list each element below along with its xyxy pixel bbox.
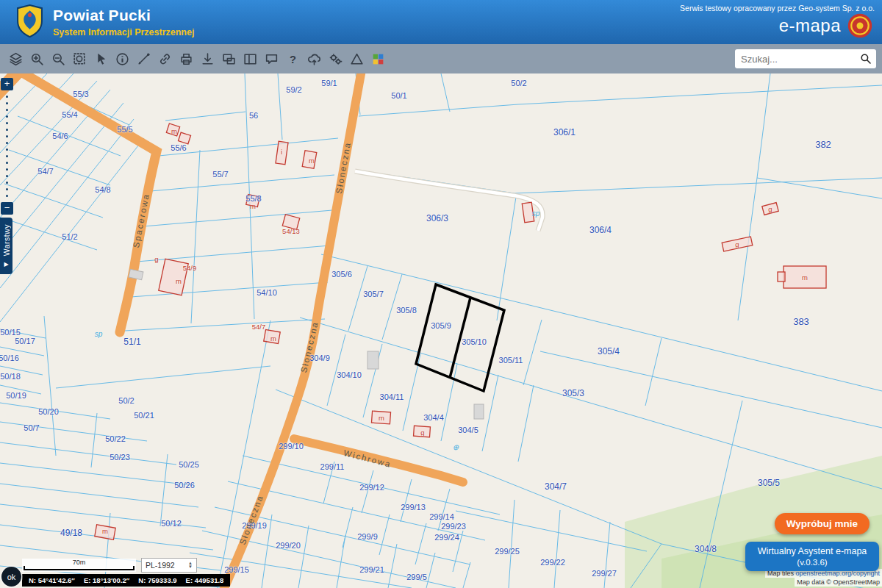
parcel-label[interactable]: 54/10: [257, 288, 277, 297]
parcel-label[interactable]: 50/25: [179, 460, 199, 469]
zoom-in-button[interactable]: +: [1, 78, 13, 90]
parcel-label[interactable]: 54/7: [37, 167, 53, 176]
ok-button[interactable]: ok: [1, 567, 21, 587]
parcel-label[interactable]: 305/8: [396, 306, 417, 315]
parcel-label[interactable]: 50/1: [391, 91, 406, 100]
parcel-label[interactable]: 299/15: [224, 565, 249, 574]
measure-icon[interactable]: [134, 48, 154, 70]
layers-icon[interactable]: [6, 48, 26, 70]
parcel-label[interactable]: 299/11: [320, 462, 345, 471]
panel-icon[interactable]: [240, 48, 260, 70]
parcel-label[interactable]: 304/4: [423, 413, 444, 422]
warning-icon[interactable]: [347, 48, 367, 70]
parcel-label[interactable]: 306/4: [589, 225, 612, 235]
parcel-label[interactable]: 299/21: [359, 565, 384, 574]
parcel-label[interactable]: 50/17: [15, 337, 35, 345]
parcel-label[interactable]: 50/7: [24, 423, 39, 432]
assistant-try-button[interactable]: Wypróbuj mnie: [775, 513, 870, 534]
parcel-label[interactable]: 299/27: [592, 569, 617, 578]
parcel-label[interactable]: 299/22: [540, 558, 565, 567]
zoom-out-icon[interactable]: [49, 48, 68, 70]
parcel-label[interactable]: 51/1: [123, 337, 140, 347]
parcel-label[interactable]: 50/12: [161, 519, 182, 528]
parcel-label[interactable]: 299/10: [279, 442, 304, 451]
zoom-out-button[interactable]: −: [1, 202, 13, 215]
parcel-label[interactable]: 299/9: [357, 532, 378, 541]
parcel-label[interactable]: 305/3: [562, 388, 584, 398]
parcel-label[interactable]: 55/6: [171, 143, 186, 152]
assistant-widget[interactable]: Wirtualny Asystent e-mapa (v.0.3.6): [745, 542, 879, 571]
parcel-label[interactable]: 50/15: [0, 328, 21, 337]
parcel-label[interactable]: 304/5: [458, 426, 478, 434]
search-icon[interactable]: [856, 49, 876, 68]
parcel-label[interactable]: 54/6: [52, 132, 68, 140]
parcel-label[interactable]: 55/7: [212, 170, 228, 179]
parcel-label[interactable]: 304/11: [380, 392, 404, 401]
parcel-label[interactable]: 304/9: [309, 354, 330, 362]
download-icon[interactable]: [198, 48, 218, 70]
parcel-label[interactable]: 304/10: [337, 370, 362, 379]
zoom-slider[interactable]: [6, 90, 8, 202]
parcel-label[interactable]: 50/2: [511, 79, 526, 87]
parcel-label[interactable]: 50/19: [6, 391, 26, 400]
print-icon[interactable]: [176, 48, 196, 70]
link-icon[interactable]: [155, 48, 175, 70]
parcel-label[interactable]: 55/5: [117, 125, 132, 134]
parcel-label[interactable]: 305/4: [598, 346, 620, 356]
parcel-label[interactable]: 59/2: [286, 85, 301, 94]
settings-icon[interactable]: [326, 48, 345, 70]
parcel-label[interactable]: 50/23: [110, 453, 130, 462]
parcel-label[interactable]: 299/12: [359, 483, 384, 492]
parcel-label[interactable]: 383: [793, 316, 809, 327]
parcel-label[interactable]: 50/26: [174, 481, 195, 490]
parcel-label[interactable]: 299/24: [434, 533, 459, 542]
parcel-label[interactable]: 299/13: [401, 503, 426, 512]
parcel-label[interactable]: 299/14: [429, 512, 454, 521]
parcel-label[interactable]: 50/2: [118, 396, 134, 405]
parcel-label[interactable]: 382: [815, 139, 831, 150]
parcel-label[interactable]: 59/1: [321, 79, 337, 87]
cursor-icon[interactable]: [91, 48, 111, 70]
parcel-label[interactable]: 299/5: [406, 573, 427, 581]
help-icon[interactable]: ?: [283, 48, 303, 70]
parcel-label[interactable]: 304/8: [695, 544, 717, 554]
parcel-label[interactable]: 299/23: [441, 522, 466, 531]
zoom-extent-icon[interactable]: [70, 48, 90, 70]
windows-icon[interactable]: [219, 48, 239, 70]
emapa-brand[interactable]: e-mapa: [779, 12, 873, 39]
parcel-label[interactable]: 299/25: [495, 547, 520, 556]
parcel-label[interactable]: 299/20: [276, 541, 301, 550]
parcel-label[interactable]: 305/7: [363, 290, 384, 298]
zoom-in-icon[interactable]: [27, 48, 47, 70]
comment-icon[interactable]: [262, 48, 282, 70]
map-canvas[interactable]: 55/359/259/150/250/155/45655/554/6306/13…: [0, 74, 882, 588]
parcel-label[interactable]: 50/21: [134, 411, 154, 420]
parcel-label[interactable]: 49/18: [60, 528, 82, 538]
parcel-label[interactable]: 304/7: [545, 481, 567, 492]
parcel-label[interactable]: 305/6: [331, 270, 352, 279]
parcel-label[interactable]: 55/3: [73, 90, 88, 98]
parcel-label[interactable]: 55/4: [62, 110, 77, 119]
parcel-label[interactable]: 305/5: [758, 478, 780, 488]
parcel-label[interactable]: 50/20: [38, 407, 59, 416]
crs-stepper-icon[interactable]: ▲▼: [188, 562, 193, 569]
parcel-label[interactable]: 50/18: [0, 372, 21, 381]
parcel-label[interactable]: 306/1: [553, 127, 576, 137]
parcel-label[interactable]: 56: [249, 111, 258, 120]
parcel-label[interactable]: 305/11: [499, 356, 523, 365]
layers-panel-tab[interactable]: Warstwy ▶: [0, 218, 12, 274]
building-label: m: [176, 277, 182, 285]
parcel-label[interactable]: 306/3: [426, 213, 448, 223]
parcel-label[interactable]: 305/10: [462, 337, 487, 346]
search-input[interactable]: [741, 54, 856, 65]
parcel-label[interactable]: 50/22: [105, 434, 126, 443]
info-icon[interactable]: [112, 48, 132, 70]
cloud-upload-icon[interactable]: [304, 48, 324, 70]
street-label: Słoneczna: [334, 141, 352, 195]
parcel-label[interactable]: 305/9: [431, 321, 451, 330]
parcel-label[interactable]: 51/2: [62, 232, 77, 241]
parcel-label[interactable]: 50/16: [0, 354, 19, 362]
crs-selector[interactable]: PL-1992 ▲▼: [141, 558, 197, 573]
legend-icon[interactable]: [368, 48, 388, 70]
parcel-label[interactable]: 54/8: [95, 185, 110, 194]
